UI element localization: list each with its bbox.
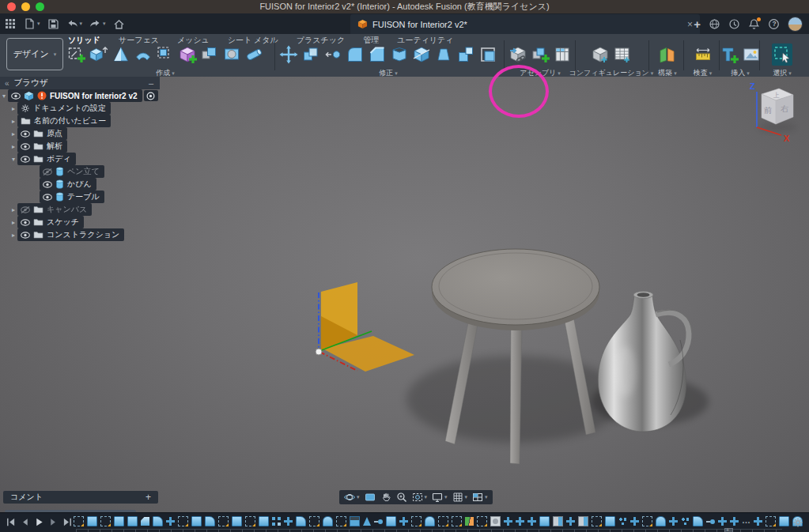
visibility-eye-icon[interactable]	[21, 143, 30, 150]
split-body-icon[interactable]	[411, 43, 432, 66]
timeline-feature-move[interactable]	[669, 517, 678, 526]
timeline-feature-move[interactable]	[630, 517, 639, 526]
save-icon[interactable]	[47, 18, 59, 30]
timeline-feature-fillet[interactable]	[296, 516, 306, 526]
browser-item-row[interactable]: ▸名前の付いたビュー	[0, 115, 160, 127]
timeline-feature-sketch[interactable]	[592, 516, 602, 526]
extensions-icon[interactable]	[709, 18, 720, 30]
timeline-go-to-end-button[interactable]	[62, 517, 73, 527]
display-settings-icon[interactable]: ▾	[432, 492, 448, 503]
minimize-panel-icon[interactable]: –	[149, 78, 153, 88]
timeline-feature-extrude[interactable]	[259, 516, 269, 526]
visibility-eye-icon[interactable]	[21, 219, 30, 226]
browser-item-row[interactable]: ペン立て	[0, 165, 160, 178]
sweep-icon[interactable]	[133, 43, 153, 66]
configuration-table-icon[interactable]	[612, 43, 633, 66]
timeline-feature-move[interactable]	[754, 517, 762, 526]
measure-icon[interactable]	[693, 43, 713, 66]
chevron-closed-icon[interactable]: ▸	[9, 206, 17, 213]
joint-icon[interactable]	[552, 43, 573, 66]
browser-item-chip[interactable]: コンストラクション	[17, 228, 124, 241]
create-sketch-icon[interactable]	[66, 43, 87, 66]
browser-item-chip[interactable]: 原点	[17, 127, 67, 140]
visibility-eye-icon[interactable]	[43, 194, 52, 201]
browser-item-chip[interactable]: 名前の付いたビュー	[17, 115, 111, 127]
timeline-settings-gear-icon[interactable]	[792, 517, 803, 528]
timeline-feature-sketch[interactable]	[642, 516, 652, 526]
timeline-feature-sketch[interactable]	[477, 516, 487, 526]
timeline-feature-sphere[interactable]	[490, 516, 501, 526]
timeline-feature-sketch[interactable]	[438, 516, 448, 526]
browser-item-chip[interactable]: 解析	[17, 140, 67, 153]
timeline-feature-plane[interactable]	[465, 517, 474, 526]
timeline-feature-revolve[interactable]	[363, 517, 371, 526]
timeline-feature-move[interactable]	[718, 517, 727, 526]
document-tab[interactable]: FUISON for Interior2 v2* ×	[350, 14, 700, 34]
loft-icon[interactable]	[155, 43, 176, 66]
timeline-feature-ellipsis[interactable]: …	[742, 517, 750, 526]
file-new-icon[interactable]: ▾	[24, 18, 40, 30]
timeline-feature-move[interactable]	[504, 517, 512, 526]
visibility-eye-icon[interactable]	[43, 181, 52, 188]
timeline-feature-fillet[interactable]	[693, 516, 703, 526]
timeline-feature-sketch[interactable]	[178, 516, 188, 526]
help-icon[interactable]: ?	[768, 18, 780, 30]
timeline-go-to-start-button[interactable]	[6, 517, 16, 527]
visibility-eye-icon[interactable]	[21, 232, 30, 239]
fillet-icon[interactable]	[345, 43, 365, 66]
timeline-feature-sketch[interactable]	[336, 516, 346, 526]
chevron-closed-icon[interactable]: ▸	[9, 130, 17, 138]
chevron-closed-icon[interactable]: ▸	[9, 232, 17, 239]
timeline-feature-move[interactable]	[516, 517, 524, 526]
chevron-closed-icon[interactable]: ▸	[9, 143, 17, 150]
add-comment-button[interactable]: +	[146, 492, 151, 503]
orbit-icon[interactable]: ▾	[344, 492, 360, 503]
browser-item-row[interactable]: ▾ボディ	[0, 153, 160, 165]
browser-item-row[interactable]: ▸ドキュメントの設定	[0, 102, 160, 115]
scale-icon[interactable]	[456, 43, 476, 66]
collapse-panel-icon[interactable]: «	[5, 79, 9, 88]
construction-plane-icon[interactable]	[657, 43, 678, 66]
visibility-eye-icon-off[interactable]	[21, 206, 30, 213]
viewports-icon[interactable]: ▾	[472, 492, 488, 503]
visibility-eye-icon-off[interactable]	[43, 168, 52, 175]
timeline-feature-extrude[interactable]	[191, 516, 202, 526]
combine-icon[interactable]	[301, 43, 321, 66]
timeline-feature-extrude[interactable]	[539, 516, 550, 526]
chevron-closed-icon[interactable]: ▸	[9, 105, 17, 112]
profile-avatar[interactable]	[788, 17, 803, 32]
select-icon[interactable]	[772, 43, 792, 66]
timeline-feature-sketch[interactable]	[452, 516, 462, 526]
chamfer-icon[interactable]	[367, 43, 387, 66]
browser-item-chip[interactable]: ボディ	[17, 153, 76, 165]
timeline-feature-solid[interactable]	[127, 516, 138, 526]
job-status-icon[interactable]	[728, 18, 740, 30]
replace-face-icon[interactable]	[478, 43, 498, 66]
notifications-icon[interactable]	[748, 18, 760, 30]
main-menu-icon[interactable]	[5, 18, 17, 30]
browser-root-chip[interactable]: FUISON for Interior2 v2	[8, 89, 142, 102]
browser-item-row[interactable]: ▸キャンバス	[0, 203, 160, 216]
timeline-feature-box[interactable]	[578, 516, 588, 526]
timeline-feature-sketch[interactable]	[218, 516, 229, 526]
timeline-feature-sketch[interactable]	[245, 516, 255, 526]
timeline-feature-offset[interactable]	[374, 517, 383, 526]
timeline-feature-offset[interactable]	[706, 517, 715, 526]
browser-item-row[interactable]: ▸解析	[0, 140, 160, 153]
timeline-feature-chamfer[interactable]	[141, 517, 149, 526]
shell-icon[interactable]	[389, 43, 410, 66]
timeline-feature-move[interactable]	[566, 517, 575, 526]
timeline-feature-move[interactable]	[399, 517, 408, 526]
new-component-icon[interactable]	[530, 43, 550, 66]
timeline-feature-fillet[interactable]	[153, 516, 163, 526]
zoom-icon[interactable]	[396, 492, 407, 503]
timeline-feature-move[interactable]	[166, 517, 175, 526]
timeline-feature-extrude[interactable]	[87, 516, 97, 526]
window-minimize-button[interactable]	[21, 2, 30, 11]
comment-bar[interactable]: コメント +	[3, 491, 158, 504]
timeline-feature-move[interactable]	[730, 517, 739, 526]
press-pull-icon[interactable]	[278, 43, 299, 66]
timeline-feature-sketch[interactable]	[74, 516, 84, 526]
timeline-feature-extrude[interactable]	[779, 516, 789, 526]
timeline-feature-sketch[interactable]	[766, 516, 776, 526]
